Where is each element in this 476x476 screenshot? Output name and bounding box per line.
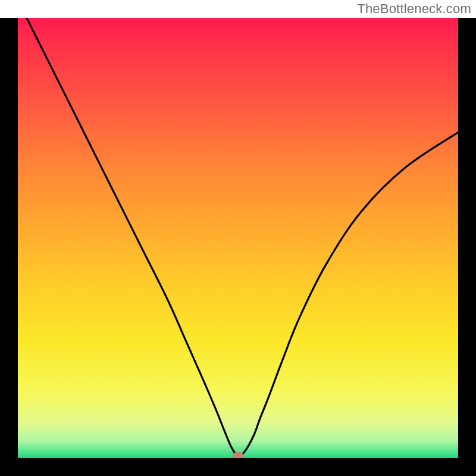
bottleneck-curve [18,18,458,458]
chart-container: TheBottleneck.com [0,0,476,476]
plot-frame [0,18,476,476]
plot-area [18,18,458,458]
watermark-label: TheBottleneck.com [357,1,471,17]
optimal-point-marker [233,452,243,458]
